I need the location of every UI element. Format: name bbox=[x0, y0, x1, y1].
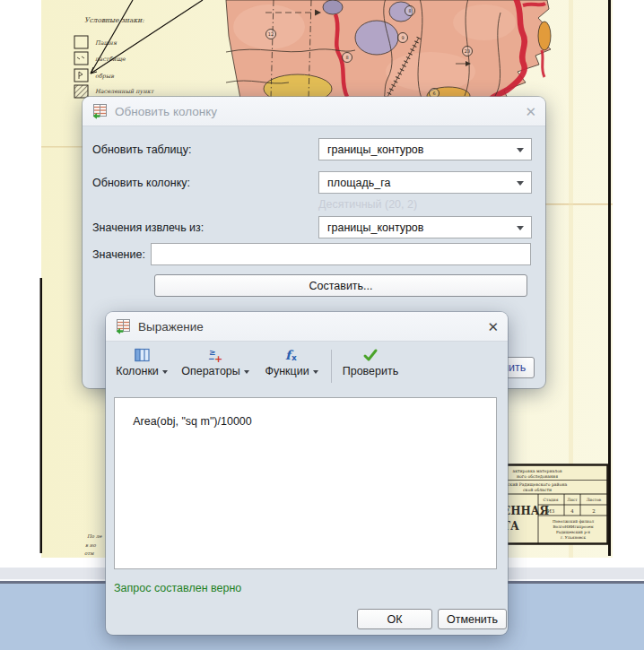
stamp-text: актировка материалов bbox=[512, 469, 562, 473]
update-column-label: Обновить колонку: bbox=[92, 177, 190, 189]
stamp-text: ного обследования bbox=[517, 474, 558, 479]
expression-dialog: Выражение ✕ Колонки ≥ − + Операторы f x … bbox=[106, 312, 508, 635]
map-numeral: 8 bbox=[408, 8, 411, 13]
close-icon[interactable]: ✕ bbox=[525, 105, 536, 118]
expression-text: Area(obj, "sq m")/10000 bbox=[133, 415, 252, 428]
handwriting-line: в но bbox=[85, 542, 97, 548]
handwriting-line: отм bbox=[84, 550, 94, 556]
map-numeral: 12 bbox=[268, 31, 274, 37]
close-icon[interactable]: ✕ bbox=[487, 320, 499, 334]
value-label: Значение: bbox=[92, 248, 145, 261]
handwriting-line: По ле bbox=[87, 533, 102, 539]
check-expression-button[interactable]: Проверить bbox=[338, 348, 403, 377]
map-numeral: 9 bbox=[401, 35, 404, 40]
functions-menu-label: Функции bbox=[265, 365, 309, 377]
map-numeral: 6 bbox=[432, 91, 435, 96]
update-table-combobox[interactable]: границы_контуров bbox=[318, 138, 532, 160]
map-art: 12 8 9 23 8 6 bbox=[226, 0, 551, 105]
expression-status-text: Запрос составлен верно bbox=[114, 582, 241, 594]
values-source-combobox[interactable]: границы_контуров bbox=[318, 216, 532, 238]
cancel-button-label: Отменить bbox=[447, 613, 498, 626]
chevron-down-icon bbox=[313, 370, 318, 374]
values-source-label: Значения извлечь из: bbox=[92, 221, 204, 234]
cancel-button[interactable]: Отменить bbox=[438, 609, 507, 629]
svg-text:x: x bbox=[292, 353, 297, 362]
stamp-col-value: 4 bbox=[570, 508, 574, 514]
dialog-title: Выражение bbox=[138, 320, 204, 334]
chevron-down-icon bbox=[162, 370, 168, 374]
stamp-org-line: Поволжский филиал bbox=[553, 519, 594, 524]
stamp-org-line: ВолгоНИИгипрозем bbox=[553, 524, 595, 529]
columns-menu-button[interactable]: Колонки bbox=[109, 348, 174, 377]
value-input[interactable] bbox=[151, 243, 531, 265]
svg-text:+: + bbox=[214, 353, 222, 363]
ok-button[interactable]: ОК bbox=[357, 609, 432, 629]
stamp-col-value: 2 bbox=[592, 508, 596, 514]
expression-icon bbox=[115, 318, 131, 334]
stamp-org-line: г. Ульяновск bbox=[561, 535, 586, 540]
dialog-title: Обновить колонку bbox=[115, 105, 217, 118]
legend-title: Условные знаки: bbox=[84, 16, 144, 24]
functions-icon: f x bbox=[283, 348, 300, 362]
functions-menu-button[interactable]: f x Функции bbox=[258, 348, 325, 377]
ok-button-label: ОК bbox=[387, 613, 402, 626]
stamp-text: ской области bbox=[523, 488, 552, 492]
application-window: 12 8 9 23 8 6 Условные знаки: Пашня паст… bbox=[0, 0, 644, 650]
operators-icon: ≥ − + bbox=[207, 348, 223, 362]
update-column-combobox[interactable]: площадь_га bbox=[318, 171, 532, 194]
chevron-down-icon bbox=[517, 148, 524, 152]
operators-menu-label: Операторы bbox=[181, 365, 240, 377]
chevron-down-icon bbox=[244, 370, 249, 374]
legend-label: обрыв bbox=[95, 73, 115, 80]
update-table-value: границы_контуров bbox=[327, 143, 423, 156]
stamp-org-line: Радищевский р-н bbox=[556, 530, 590, 534]
columns-icon bbox=[135, 348, 150, 362]
map-numeral: 23 bbox=[465, 48, 470, 54]
operators-menu-button[interactable]: ≥ − + Операторы bbox=[176, 348, 255, 377]
expression-titlebar[interactable]: Выражение ✕ bbox=[106, 312, 508, 342]
check-expression-label: Проверить bbox=[343, 365, 399, 377]
update-column-value: площадь_га bbox=[327, 177, 390, 189]
stamp-col-header: Листов bbox=[587, 498, 602, 502]
chevron-down-icon bbox=[517, 226, 524, 230]
chevron-down-icon bbox=[517, 181, 524, 186]
map-border-left bbox=[40, 278, 43, 553]
stamp-col-value: ИЗ bbox=[547, 508, 555, 514]
expression-textarea[interactable]: Area(obj, "sq m")/10000 bbox=[114, 397, 497, 569]
stamp-text: ский Радищевского района bbox=[508, 482, 568, 487]
compose-button-label: Составить... bbox=[309, 280, 372, 292]
legend-label: Населенный пункт bbox=[95, 88, 155, 95]
checkmark-icon bbox=[362, 348, 379, 362]
compose-button[interactable]: Составить... bbox=[154, 274, 527, 297]
columns-menu-label: Колонки bbox=[116, 365, 159, 377]
values-source-value: границы_контуров bbox=[327, 221, 423, 234]
map-numeral: 8 bbox=[345, 55, 348, 60]
stamp-col-header: Стадия bbox=[544, 498, 559, 502]
column-type-hint: Десятичный (20, 2) bbox=[318, 198, 417, 211]
update-column-icon bbox=[91, 103, 108, 119]
toolbar-separator bbox=[331, 350, 332, 383]
update-column-titlebar[interactable]: Обновить колонку ✕ bbox=[83, 97, 545, 126]
stamp-col-header: Лист bbox=[567, 498, 578, 502]
update-table-label: Обновить таблицу: bbox=[92, 143, 191, 156]
